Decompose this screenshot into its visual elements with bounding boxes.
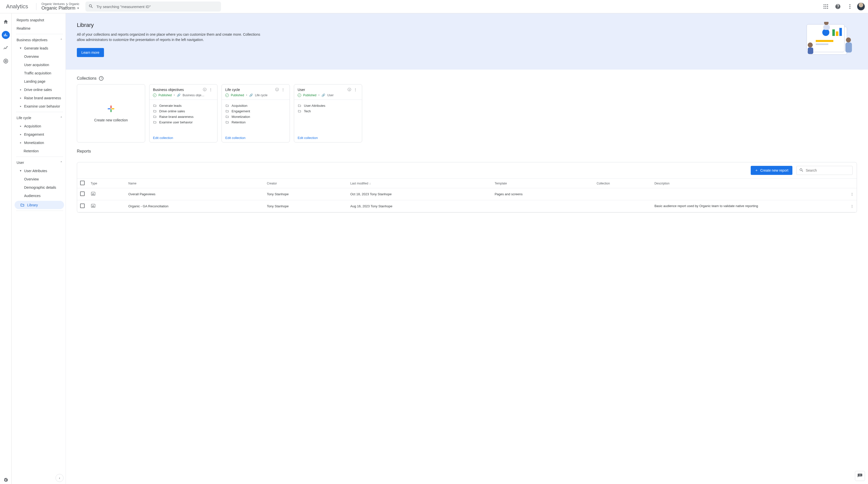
sidebar-realtime[interactable]: Realtime [11,24,64,32]
col-name[interactable]: Name [125,179,264,188]
table-row[interactable]: Overall PageviewsTony StanhopeOct 18, 20… [77,188,857,200]
col-creator[interactable]: Creator [264,179,347,188]
sidebar-user-acquisition[interactable]: User acquisition [11,61,66,69]
sidebar-overview[interactable]: Overview [11,52,66,61]
collection-item[interactable]: Tech [298,108,359,114]
sidebar-generate-leads[interactable]: ▼Generate leads [11,44,66,52]
published-label: Published [158,93,172,97]
sidebar-retention[interactable]: Retention [11,147,66,155]
svg-point-14 [849,8,850,9]
collection-item[interactable]: Monetization [225,114,286,119]
sidebar-acquisition[interactable]: ▸Acquisition [11,122,66,130]
info-icon[interactable]: ? [99,76,103,81]
caret-right-icon: ▸ [19,105,22,108]
more-vert-icon[interactable]: ⋮ [208,88,214,92]
chevron-up-icon: ⌃ [60,116,63,120]
collapse-sidebar-button[interactable]: ‹ [56,474,64,482]
create-collection-card[interactable]: Create new collection [77,84,145,143]
search-input[interactable] [96,4,218,9]
sidebar-library[interactable]: Library [14,201,64,209]
collection-item[interactable]: Generate leads [153,103,214,108]
logo-block[interactable]: Analytics [3,3,31,10]
rail-reports-icon[interactable] [2,31,10,39]
collection-item[interactable]: Raise brand awareness [153,114,214,119]
learn-more-button[interactable]: Learn more [77,48,104,57]
published-label: Published [231,93,244,97]
sidebar-engagement[interactable]: ▸Engagement [11,130,66,139]
sidebar-reports-snapshot[interactable]: Reports snapshot [11,16,64,24]
collection-item[interactable]: Engagement [225,108,286,114]
col-template[interactable]: Template [492,179,593,188]
sidebar-raise-brand-awareness[interactable]: ▸Raise brand awareness [11,94,66,102]
reports-table: Type Name Creator Last modified↓ Templat… [77,178,857,212]
chevron-left-icon: ‹ [59,476,60,480]
collection-card: User ⓘ ⋮ ✓ Published • 🔗 User User Attri… [294,84,362,143]
rail-explore-icon[interactable] [2,44,10,52]
col-collection[interactable]: Collection [593,179,651,188]
sidebar-demographic-details[interactable]: Demographic details [11,183,66,191]
info-icon[interactable]: ⓘ [346,87,352,92]
sidebar-examine-user-behavior[interactable]: ▸Examine user behavior [11,102,66,110]
property-name: Organic Platform [41,6,75,11]
collection-link-name: User [327,93,334,97]
edit-collection-link[interactable]: Edit collection [153,136,173,140]
col-last-modified[interactable]: Last modified↓ [347,179,492,188]
reports-search-input[interactable] [806,169,850,172]
create-report-button[interactable]: ＋ Create new report [751,166,793,175]
col-description[interactable]: Description [651,179,847,188]
breadcrumb-org: Organic Ventures [41,2,65,6]
checkbox-icon[interactable] [80,191,85,196]
help-icon[interactable] [833,1,843,11]
report-creator: Tony Stanhope [264,200,347,212]
collection-item[interactable]: User Attributes [298,103,359,108]
global-search[interactable] [85,1,221,11]
svg-rect-44 [94,206,94,207]
more-vert-icon[interactable]: ⋮ [847,188,857,200]
sidebar-monetization[interactable]: ▸Monetization [11,139,66,147]
collection-item[interactable]: Drive online sales [153,108,214,114]
sidebar-user-attributes[interactable]: ▼User Attributes [11,167,66,175]
collection-item[interactable]: Retention [225,119,286,125]
more-vert-icon[interactable]: ⋮ [352,88,359,92]
more-vert-icon[interactable]: ⋮ [280,88,286,92]
edit-collection-link[interactable]: Edit collection [225,136,245,140]
checkbox-icon[interactable] [80,204,85,208]
info-icon[interactable]: ⓘ [202,87,208,92]
sidebar-group-business-objectives[interactable]: Business objectives⌃ [11,36,66,44]
sidebar-drive-online-sales[interactable]: ▸Drive online sales [11,85,66,94]
reports-search[interactable] [797,166,853,175]
checkbox-icon[interactable] [80,181,85,185]
property-selector[interactable]: Organic Ventures ❯ Organic Organic Platf… [41,2,80,11]
svg-point-3 [824,4,825,5]
sidebar-group-life-cycle[interactable]: Life cycle⌃ [11,114,66,122]
user-avatar[interactable] [857,2,865,10]
info-icon[interactable]: ⓘ [274,87,280,92]
rail-admin-icon[interactable] [2,476,10,484]
svg-rect-32 [823,25,830,30]
table-row[interactable]: Organic - GA ReconciliationTony Stanhope… [77,200,857,212]
sidebar-group-user[interactable]: User⌃ [11,158,66,167]
rail-home-icon[interactable] [2,18,10,26]
report-name: Overall Pageviews [125,188,264,200]
col-type[interactable]: Type [88,179,125,188]
rail-advertising-icon[interactable] [2,57,10,65]
more-vert-icon[interactable] [845,1,855,11]
report-sidebar: Reports snapshot Realtime Business objec… [11,13,66,484]
reports-heading: Reports [66,143,868,157]
main-content: Library All of your collections and repo… [66,13,868,484]
edit-collection-link[interactable]: Edit collection [298,136,318,140]
collection-item[interactable]: Examine user behavior [153,119,214,125]
svg-rect-24 [839,28,842,36]
caret-right-icon: ▸ [19,96,22,99]
sidebar-traffic-acquisition[interactable]: Traffic acquisition [11,69,66,77]
collection-item[interactable]: Acquisition [225,103,286,108]
sidebar-user-overview[interactable]: Overview [11,175,66,183]
apps-icon[interactable] [821,1,831,11]
col-checkbox[interactable] [77,179,88,188]
sidebar-landing-page[interactable]: Landing page [11,77,66,85]
more-vert-icon[interactable]: ⋮ [847,200,857,212]
sidebar-audiences[interactable]: Audiences [11,191,66,200]
report-creator: Tony Stanhope [264,188,347,200]
feedback-button[interactable] [855,471,865,481]
page-title: Library [77,22,268,28]
